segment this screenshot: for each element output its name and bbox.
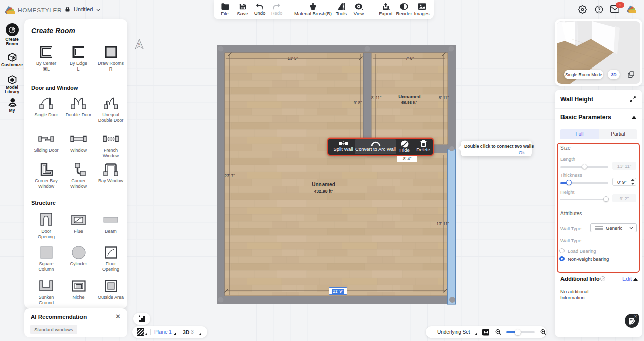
svg-text:9' 8": 9' 8" xyxy=(354,100,362,105)
svg-text:23' 7": 23' 7" xyxy=(224,173,235,178)
svg-text:8' 11": 8' 11" xyxy=(371,95,382,100)
svg-text:8' 11": 8' 11" xyxy=(439,95,449,100)
svg-text:N: N xyxy=(138,42,140,45)
svg-text:66.98 ft²: 66.98 ft² xyxy=(401,100,417,105)
svg-text:13' 11": 13' 11" xyxy=(436,221,449,226)
svg-text:13' 5": 13' 5" xyxy=(287,56,298,61)
svg-text:Unnamed: Unnamed xyxy=(312,182,335,187)
svg-text:Unnamed: Unnamed xyxy=(398,94,420,99)
svg-text:432.98 ft²: 432.98 ft² xyxy=(314,189,333,194)
svg-text:7' 6": 7' 6" xyxy=(406,56,414,61)
